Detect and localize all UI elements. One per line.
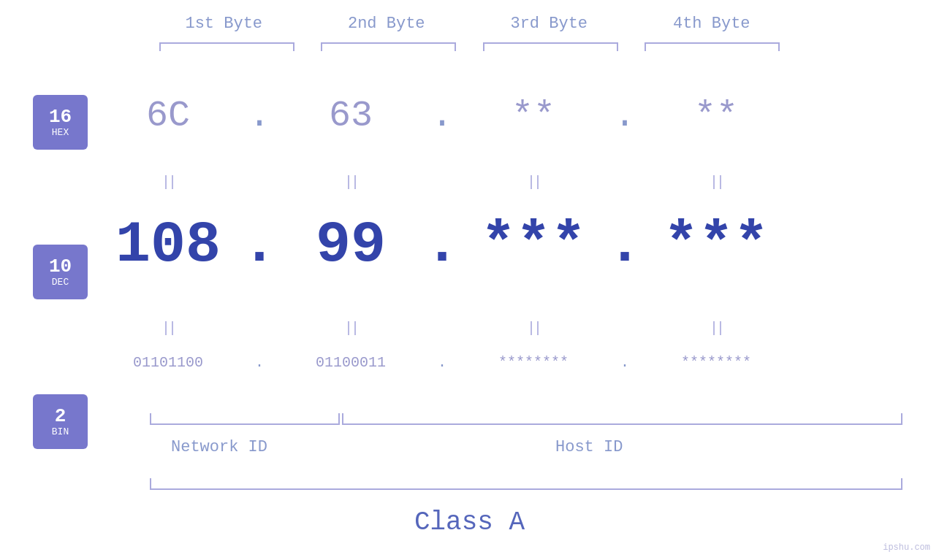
- dec-val-4: ***: [643, 212, 789, 278]
- hex-badge-label: HEX: [52, 127, 69, 138]
- eq-3: ||: [460, 174, 607, 191]
- eq-1: ||: [95, 174, 241, 191]
- dec-badge: 10 DEC: [33, 245, 88, 299]
- dec-val-2: 99: [278, 212, 424, 278]
- hex-dot-3: .: [607, 95, 643, 137]
- bin-dot-3: .: [607, 354, 643, 371]
- hex-val-3: **: [460, 95, 607, 137]
- bin-badge: 2 BIN: [33, 394, 88, 449]
- dec-badge-num: 10: [49, 256, 72, 277]
- eq-sep-2: || || || ||: [95, 320, 902, 337]
- bin-badge-num: 2: [55, 406, 66, 427]
- class-a-bracket: [150, 478, 902, 490]
- byte-label-1: 1st Byte: [153, 15, 295, 33]
- byte-label-2: 2nd Byte: [315, 15, 457, 33]
- network-id-bracket: [150, 413, 340, 425]
- hex-dot-1: .: [241, 95, 278, 137]
- dec-dot-3: .: [607, 212, 643, 278]
- byte-labels-row: 1st Byte 2nd Byte 3rd Byte 4th Byte: [0, 15, 939, 33]
- dec-val-3: ***: [460, 212, 607, 278]
- byte-label-4: 4th Byte: [640, 15, 783, 33]
- top-bracket-3: [483, 42, 618, 51]
- hex-row: 6C . 63 . ** . **: [95, 95, 939, 137]
- class-a-label: Class A: [0, 507, 939, 537]
- dec-row: 108 . 99 . *** . ***: [95, 212, 939, 278]
- watermark: ipshu.com: [883, 542, 930, 553]
- bin-val-3: ********: [460, 354, 607, 371]
- bin-val-2: 01100011: [278, 354, 424, 371]
- bin-badge-label: BIN: [52, 426, 69, 437]
- eq-2: ||: [278, 174, 424, 191]
- hex-val-4: **: [643, 95, 789, 137]
- top-bracket-1: [159, 42, 294, 51]
- hex-badge: 16 HEX: [33, 95, 88, 150]
- top-brackets: [0, 42, 939, 51]
- host-id-bracket: [342, 413, 902, 425]
- badges-column: 16 HEX 10 DEC 2 BIN: [33, 95, 88, 449]
- top-bracket-4: [645, 42, 780, 51]
- eq-4: ||: [643, 174, 789, 191]
- bin-val-1: 01101100: [95, 354, 241, 371]
- hex-val-2: 63: [278, 95, 424, 137]
- host-id-label: Host ID: [555, 438, 623, 456]
- dec-dot-1: .: [241, 212, 278, 278]
- dec-val-1: 108: [95, 212, 241, 278]
- hex-val-1: 6C: [95, 95, 241, 137]
- dec-dot-2: .: [424, 212, 460, 278]
- eq-6: ||: [278, 320, 424, 337]
- bin-dot-2: .: [424, 354, 460, 371]
- byte-label-3: 3rd Byte: [478, 15, 620, 33]
- bin-val-4: ********: [643, 354, 789, 371]
- eq-7: ||: [460, 320, 607, 337]
- network-id-label: Network ID: [171, 438, 267, 456]
- eq-5: ||: [95, 320, 241, 337]
- eq-sep-1: || || || ||: [95, 174, 902, 191]
- eq-8: ||: [643, 320, 789, 337]
- dec-badge-label: DEC: [52, 277, 69, 288]
- bin-dot-1: .: [241, 354, 278, 371]
- bin-row: 01101100 . 01100011 . ******** . *******…: [95, 354, 939, 371]
- top-bracket-2: [321, 42, 456, 51]
- hex-badge-num: 16: [49, 107, 72, 128]
- main-container: 1st Byte 2nd Byte 3rd Byte 4th Byte 16 H…: [0, 0, 939, 560]
- hex-dot-2: .: [424, 95, 460, 137]
